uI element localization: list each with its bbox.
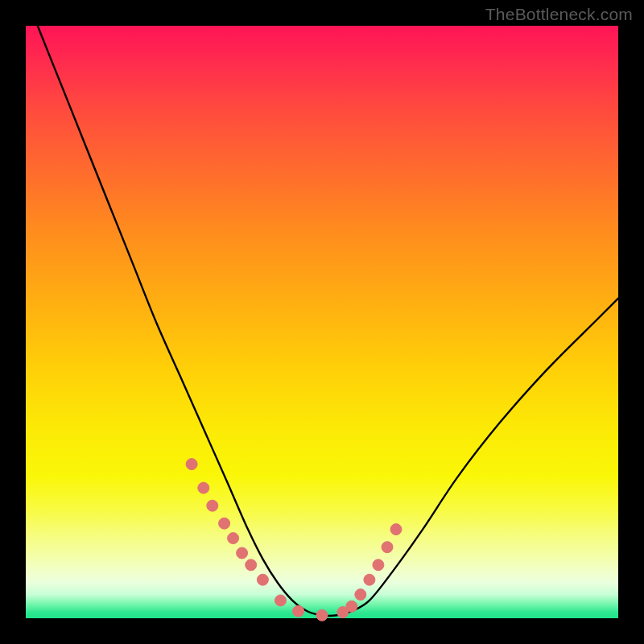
highlight-dot bbox=[198, 482, 209, 493]
highlight-dot bbox=[316, 609, 328, 621]
highlight-dot bbox=[390, 524, 402, 535]
highlight-dot bbox=[355, 589, 366, 601]
highlight-dot bbox=[364, 574, 375, 585]
outer-frame: TheBottleneck.com bbox=[0, 0, 644, 644]
highlight-dot bbox=[186, 459, 197, 470]
highlight-dot bbox=[373, 559, 384, 571]
highlight-dots bbox=[186, 459, 402, 621]
highlight-dot bbox=[228, 533, 239, 544]
chart-svg bbox=[26, 26, 618, 618]
highlight-dot bbox=[382, 542, 393, 553]
plot-area bbox=[26, 26, 618, 618]
bottleneck-curve bbox=[38, 26, 618, 616]
highlight-dot bbox=[237, 547, 248, 559]
highlight-dot bbox=[346, 601, 357, 612]
highlight-dot bbox=[207, 500, 218, 511]
highlight-dot bbox=[293, 605, 304, 617]
watermark-text: TheBottleneck.com bbox=[485, 5, 633, 24]
highlight-dot bbox=[219, 518, 230, 529]
highlight-dot bbox=[257, 574, 268, 585]
highlight-dot bbox=[246, 559, 257, 571]
highlight-dot bbox=[275, 595, 287, 606]
